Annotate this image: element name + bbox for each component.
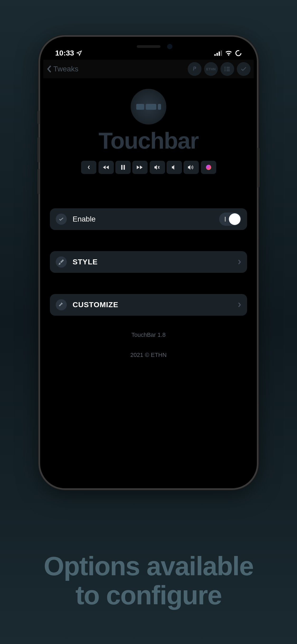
tb-volume-low-button[interactable] xyxy=(167,161,182,174)
chevron-right-icon xyxy=(238,259,241,265)
svg-rect-10 xyxy=(227,70,230,71)
hammer-icon xyxy=(56,299,67,310)
tb-rewind-button[interactable] xyxy=(98,161,114,174)
svg-rect-1 xyxy=(216,53,218,56)
nav-bar: Tweaks ETHN xyxy=(43,60,254,78)
mute-icon xyxy=(154,165,160,170)
volume-high-icon xyxy=(188,165,194,170)
chevron-right-icon xyxy=(238,302,241,308)
version-text: TouchBar 1.8 xyxy=(50,332,247,338)
svg-point-9 xyxy=(224,70,225,71)
status-time: 10:33 xyxy=(55,49,74,57)
svg-point-4 xyxy=(236,50,241,56)
location-icon xyxy=(76,50,82,56)
apply-button[interactable] xyxy=(237,62,251,76)
paypal-button[interactable] xyxy=(188,62,201,76)
style-row[interactable]: STYLE xyxy=(50,251,247,273)
power-button xyxy=(257,148,260,187)
cellular-icon xyxy=(214,50,222,56)
enable-row: Enable xyxy=(50,208,247,230)
loading-icon xyxy=(235,50,242,57)
copyright-text: 2021 © ETHN xyxy=(50,352,247,358)
chevron-left-icon xyxy=(87,165,91,170)
svg-rect-3 xyxy=(221,50,222,56)
customize-label: CUSTOMIZE xyxy=(73,301,232,309)
svg-rect-2 xyxy=(219,52,220,56)
enable-label: Enable xyxy=(73,215,213,223)
phone-frame: 10:33 Tweaks ETHN xyxy=(39,35,258,490)
volume-up-button xyxy=(37,137,40,162)
svg-rect-11 xyxy=(121,165,122,170)
back-button[interactable]: Tweaks xyxy=(46,65,78,73)
fast-forward-icon xyxy=(137,165,143,169)
ethn-badge[interactable]: ETHN xyxy=(204,62,218,76)
list-icon xyxy=(224,66,231,72)
back-label: Tweaks xyxy=(53,65,78,73)
touchbar-preview xyxy=(53,161,244,174)
enable-toggle[interactable] xyxy=(219,213,241,226)
app-icon xyxy=(131,89,166,125)
tb-volume-high-button[interactable] xyxy=(183,161,199,174)
tb-mute-button[interactable] xyxy=(150,161,165,174)
svg-rect-8 xyxy=(227,68,230,69)
chevron-left-icon xyxy=(46,65,52,73)
check-icon xyxy=(240,66,247,72)
svg-rect-0 xyxy=(214,54,216,56)
wifi-icon xyxy=(225,50,232,56)
svg-rect-12 xyxy=(124,165,125,170)
tb-back-button[interactable] xyxy=(81,161,96,174)
svg-rect-6 xyxy=(227,67,230,68)
rewind-icon xyxy=(103,165,109,169)
silence-switch xyxy=(37,111,40,124)
style-label: STYLE xyxy=(73,258,232,266)
promo-caption: Options available to configure xyxy=(0,551,297,610)
svg-point-5 xyxy=(224,67,225,68)
tb-pause-button[interactable] xyxy=(115,161,131,174)
notch xyxy=(106,40,191,53)
caption-line-2: to configure xyxy=(0,581,297,610)
svg-point-7 xyxy=(224,68,225,70)
siri-icon xyxy=(206,165,211,170)
tb-siri-button[interactable] xyxy=(201,161,216,174)
pause-icon xyxy=(121,165,125,170)
customize-row[interactable]: CUSTOMIZE xyxy=(50,294,247,316)
tb-forward-button[interactable] xyxy=(132,161,148,174)
caption-line-1: Options available xyxy=(0,551,297,581)
paintbrush-icon xyxy=(56,256,67,268)
paypal-icon xyxy=(191,66,198,72)
volume-down-button xyxy=(37,169,40,194)
volume-low-icon xyxy=(172,165,177,170)
check-circle-icon xyxy=(56,214,67,225)
list-button[interactable] xyxy=(220,62,234,76)
app-title: Touchbar xyxy=(50,127,247,154)
